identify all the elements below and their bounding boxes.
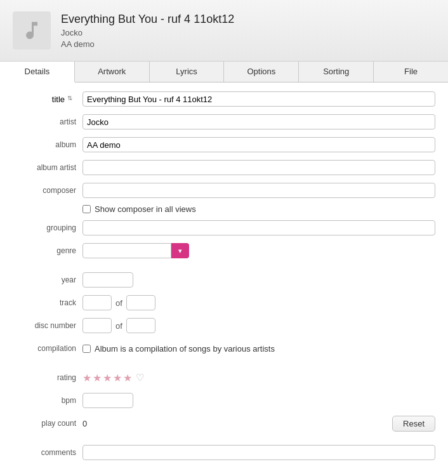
form-area: title ⇅ artist album album artist compos…	[0, 83, 448, 476]
year-label: year	[13, 275, 82, 284]
star-1[interactable]: ★	[82, 372, 91, 384]
star-2[interactable]: ★	[93, 372, 102, 384]
compilation-row: compilation Album is a compilation of so…	[13, 340, 435, 357]
composer-row: composer	[13, 182, 435, 199]
play-count-row: play count 0 Reset	[13, 414, 435, 432]
grouping-label: grouping	[13, 223, 82, 232]
music-note-icon	[20, 19, 43, 42]
genre-row: genre ▾	[13, 242, 435, 260]
track-artist: Jocko	[61, 28, 234, 37]
star-3[interactable]: ★	[103, 372, 112, 384]
album-art	[13, 11, 51, 50]
disc-label: disc number	[13, 321, 82, 330]
disc-row: disc number of	[13, 317, 435, 334]
comments-input[interactable]	[82, 445, 435, 460]
disc-number-input[interactable]	[82, 318, 112, 333]
compilation-label: compilation	[13, 344, 82, 353]
rating-wrap: ★ ★ ★ ★ ★ ♡	[82, 372, 144, 384]
track-number-input[interactable]	[82, 295, 112, 310]
title-row: title ⇅	[13, 90, 435, 108]
title-label: title	[52, 95, 65, 104]
bpm-row: bpm	[13, 392, 435, 409]
sort-arrows-icon[interactable]: ⇅	[67, 95, 76, 103]
track-of-label: of	[115, 298, 122, 308]
bpm-input[interactable]	[82, 393, 133, 408]
grouping-input[interactable]	[82, 220, 435, 235]
tab-artwork[interactable]: Artwork	[75, 62, 150, 82]
genre-dropdown-button[interactable]: ▾	[171, 243, 189, 258]
grouping-row: grouping	[13, 219, 435, 237]
comments-label: comments	[13, 448, 82, 457]
disc-total-input[interactable]	[126, 318, 155, 333]
compilation-checkbox[interactable]	[82, 345, 91, 353]
chevron-down-icon: ▾	[178, 247, 182, 255]
star-5[interactable]: ★	[123, 372, 132, 384]
genre-wrap: ▾	[82, 243, 189, 258]
comments-row: comments	[13, 444, 435, 461]
track-album: AA demo	[61, 39, 234, 49]
track-total-input[interactable]	[126, 295, 155, 310]
artist-input[interactable]	[82, 114, 435, 129]
tab-bar: Details Artwork Lyrics Options Sorting F…	[0, 62, 448, 83]
rating-row: rating ★ ★ ★ ★ ★ ♡	[13, 369, 435, 387]
artist-label: artist	[13, 117, 82, 126]
show-composer-row: Show composer in all views	[82, 204, 435, 214]
star-4[interactable]: ★	[113, 372, 122, 384]
reset-button[interactable]: Reset	[392, 416, 435, 432]
tab-file[interactable]: File	[374, 62, 448, 82]
heart-icon[interactable]: ♡	[136, 372, 144, 383]
album-label: album	[13, 140, 82, 149]
genre-label: genre	[13, 246, 82, 255]
play-count-value: 0	[82, 419, 392, 428]
album-artist-input[interactable]	[82, 160, 435, 175]
header-info: Everything But You - ruf 4 11okt12 Jocko…	[61, 13, 234, 49]
title-label-wrap: title ⇅	[13, 95, 82, 104]
year-row: year	[13, 271, 435, 289]
rating-label: rating	[13, 373, 82, 382]
bpm-label: bpm	[13, 396, 82, 405]
composer-input[interactable]	[82, 183, 435, 198]
show-composer-checkbox[interactable]	[82, 205, 91, 213]
compilation-text: Album is a compilation of songs by vario…	[95, 344, 275, 354]
title-input[interactable]	[82, 91, 435, 107]
album-artist-label: album artist	[13, 163, 82, 172]
tab-details[interactable]: Details	[0, 62, 75, 83]
play-count-label: play count	[13, 419, 82, 428]
album-input[interactable]	[82, 137, 435, 152]
album-row: album	[13, 136, 435, 154]
disc-of-label: of	[115, 321, 122, 331]
album-artist-row: album artist	[13, 159, 435, 176]
track-label: track	[13, 298, 82, 307]
header: Everything But You - ruf 4 11okt12 Jocko…	[0, 0, 448, 62]
artist-row: artist	[13, 113, 435, 131]
track-row: track of	[13, 294, 435, 312]
track-title: Everything But You - ruf 4 11okt12	[61, 13, 234, 26]
tab-options[interactable]: Options	[224, 62, 299, 82]
composer-label: composer	[13, 186, 82, 195]
tab-lyrics[interactable]: Lyrics	[150, 62, 225, 82]
year-input[interactable]	[82, 272, 133, 288]
tab-sorting[interactable]: Sorting	[299, 62, 374, 82]
genre-input[interactable]	[82, 243, 171, 258]
stars[interactable]: ★ ★ ★ ★ ★	[82, 372, 132, 384]
show-composer-label: Show composer in all views	[95, 204, 196, 214]
